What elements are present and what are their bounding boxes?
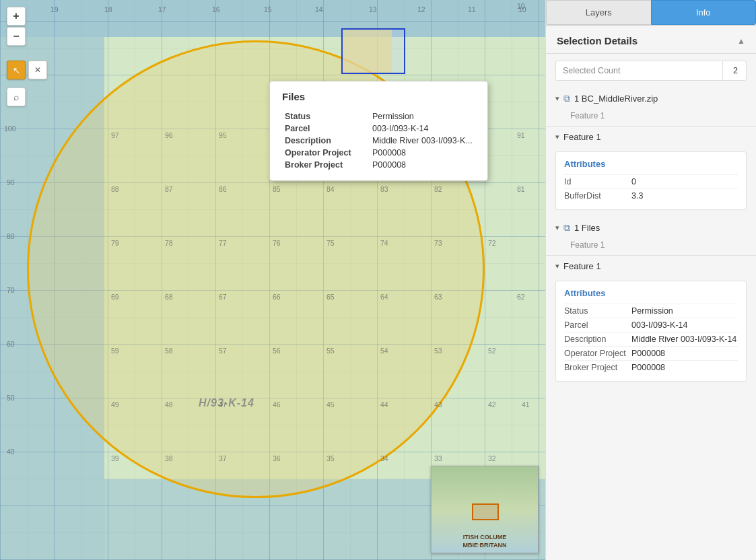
layer-group-name-bc: 1 BC_MiddleRiver.zip — [574, 94, 747, 104]
attr-val-id: 0 — [631, 177, 738, 186]
layer-group-header-files[interactable]: ▾ ⧉ 1 Files — [546, 217, 756, 239]
layer-sub-label-files: Feature 1 — [546, 239, 756, 255]
attr-key-status: Status — [564, 306, 631, 316]
selection-details-header: Selection Details ▲ — [546, 26, 756, 54]
popup-value: Permission — [370, 110, 475, 123]
zoom-controls: + − — [7, 7, 26, 46]
popup-table: StatusPermissionParcel003-I/093-K-14Desc… — [282, 110, 475, 171]
attr-key-bufferdist: BufferDist — [564, 191, 631, 201]
zoom-in-button[interactable]: + — [7, 7, 26, 26]
attr-val-operator: P000008 — [631, 349, 738, 358]
mini-map: ITISH COLUME MBIE·BRITANN — [431, 466, 539, 553]
mini-map-background: ITISH COLUME MBIE·BRITANN — [432, 466, 538, 553]
search-icon: ⌕ — [13, 92, 19, 102]
sidebar: Layers Info Selection Details ▲ Selected… — [545, 0, 756, 560]
attr-val-parcel: 003-I/093-K-14 — [631, 320, 738, 330]
popup-value: P000008 — [370, 147, 475, 159]
attr-row-broker: Broker Project P000008 — [564, 360, 738, 374]
scroll-up-icon: ▲ — [737, 36, 745, 46]
attr-row-description: Description Middle River 003-I/093-K-14 — [564, 332, 738, 346]
layer-group-header-bc-middle-river[interactable]: ▾ ⧉ 1 BC_MiddleRiver.zip — [546, 88, 756, 110]
tab-bar: Layers Info — [546, 0, 756, 26]
clear-icon: ✕ — [34, 65, 41, 75]
tab-info[interactable]: Info — [651, 0, 757, 25]
attr-row-id: Id 0 — [564, 174, 738, 188]
popup-key: Broker Project — [282, 159, 370, 171]
popup-row: Broker ProjectP000008 — [282, 159, 475, 171]
selected-count-value: 2 — [722, 61, 746, 80]
mini-map-indicator — [472, 503, 499, 520]
feature-label-files: Feature 1 — [563, 261, 601, 271]
attributes-title-files: Attributes — [564, 288, 738, 298]
selection-rectangle — [341, 28, 405, 74]
selected-count-row: Selected Count 2 — [555, 61, 747, 81]
popup-title: Files — [282, 91, 475, 102]
popup-value: P000008 — [370, 159, 475, 171]
popup-key: Operator Project — [282, 147, 370, 159]
search-button[interactable]: ⌕ — [7, 88, 26, 106]
popup-row: DescriptionMiddle River 003-I/093-K... — [282, 135, 475, 147]
attributes-title-bc: Attributes — [564, 159, 738, 169]
attr-val-bufferdist: 3.3 — [631, 191, 738, 201]
sidebar-content[interactable]: Selection Details ▲ Selected Count 2 ▾ ⧉… — [546, 26, 756, 560]
map-container[interactable]: 19 18 17 16 15 14 13 12 11 10 100 90 80 … — [0, 0, 545, 560]
clear-selection-button[interactable]: ✕ — [28, 61, 47, 79]
select-tool-button[interactable]: ↖ — [7, 61, 26, 79]
selected-count-label: Selected Count — [556, 61, 722, 80]
layer-group-name-files: 1 Files — [574, 223, 747, 233]
mini-map-line1: ITISH COLUME — [463, 534, 507, 540]
feature-popup: Files StatusPermissionParcel003-I/093-K-… — [269, 81, 488, 181]
layer-group-bc-middle-river: ▾ ⧉ 1 BC_MiddleRiver.zip Feature 1 — [546, 88, 756, 127]
attr-key-parcel: Parcel — [564, 320, 631, 330]
popup-key: Status — [282, 110, 370, 123]
feature-chevron-bc: ▾ — [555, 133, 559, 141]
attr-key-broker: Broker Project — [564, 363, 631, 372]
layer-group-files: ▾ ⧉ 1 Files Feature 1 — [546, 217, 756, 256]
map-section-label: H/93-K-14 — [199, 397, 254, 409]
attr-row-parcel: Parcel 003-I/093-K-14 — [564, 318, 738, 332]
popup-value: Middle River 003-I/093-K... — [370, 135, 475, 147]
layer-stack-icon: ⧉ — [563, 93, 570, 104]
attr-val-broker: P000008 — [631, 363, 738, 372]
select-icon: ↖ — [13, 65, 20, 75]
attr-row-bufferdist: BufferDist 3.3 — [564, 188, 738, 203]
zoom-out-button[interactable]: − — [7, 27, 26, 46]
feature-label-bc: Feature 1 — [563, 132, 601, 142]
layer-sub-label-bc: Feature 1 — [546, 110, 756, 126]
popup-key: Parcel — [282, 123, 370, 135]
layer-stack-icon-files: ⧉ — [563, 222, 570, 234]
tool-controls: ↖ ✕ — [7, 61, 47, 79]
attr-key-description: Description — [564, 335, 631, 344]
attr-val-status: Permission — [631, 306, 738, 316]
attr-key-id: Id — [564, 177, 631, 186]
popup-value: 003-I/093-K-14 — [370, 123, 475, 135]
selection-details-title: Selection Details — [557, 35, 638, 46]
layer-chevron-down: ▾ — [555, 94, 559, 103]
popup-key: Description — [282, 135, 370, 147]
layer-chevron-files: ▾ — [555, 223, 559, 232]
popup-row: Parcel003-I/093-K-14 — [282, 123, 475, 135]
mini-map-line2: MBIE·BRITANN — [463, 542, 507, 549]
feature-header-bc[interactable]: ▾ Feature 1 — [546, 127, 756, 147]
mini-map-label: ITISH COLUME MBIE·BRITANN — [433, 533, 537, 550]
tab-layers[interactable]: Layers — [546, 0, 651, 25]
attr-row-status: Status Permission — [564, 304, 738, 318]
attr-val-description: Middle River 003-I/093-K-14 — [631, 335, 738, 344]
attributes-box-bc: Attributes Id 0 BufferDist 3.3 — [555, 151, 747, 210]
feature-chevron-files: ▾ — [555, 262, 559, 271]
popup-row: StatusPermission — [282, 110, 475, 123]
attr-row-operator: Operator Project P000008 — [564, 346, 738, 360]
attributes-box-files: Attributes Status Permission Parcel 003-… — [555, 281, 747, 382]
attr-key-operator: Operator Project — [564, 349, 631, 358]
popup-row: Operator ProjectP000008 — [282, 147, 475, 159]
feature-header-files[interactable]: ▾ Feature 1 — [546, 256, 756, 277]
